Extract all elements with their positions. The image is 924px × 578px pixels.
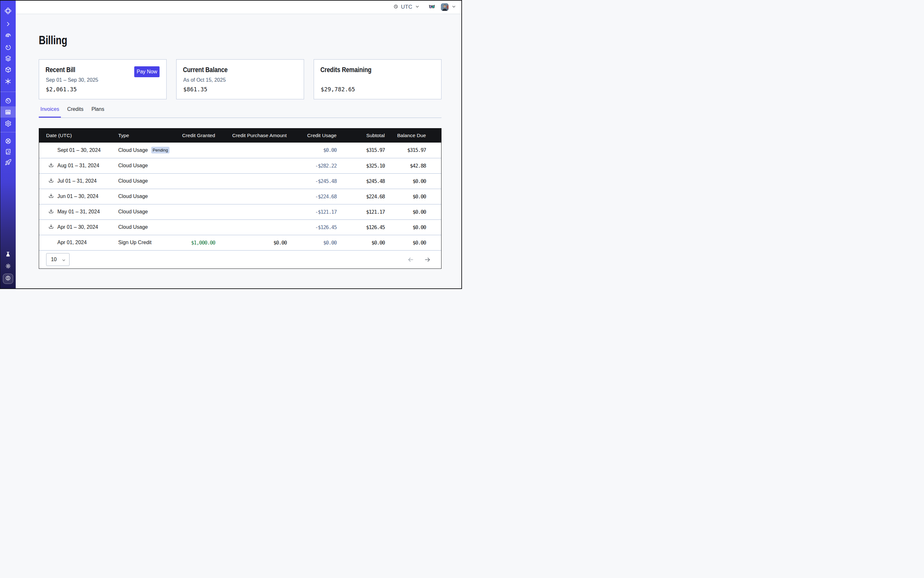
page-size-select[interactable]: 10 bbox=[46, 253, 70, 266]
cell-date: Jul 01 – 31, 2024 bbox=[39, 178, 118, 185]
cell-credit-usage: -$282.22 bbox=[287, 163, 337, 169]
cell-subtotal: $315.97 bbox=[337, 147, 385, 153]
cell-balance-due: $0.00 bbox=[385, 209, 426, 215]
cell-date: Aug 01 – 31, 2024 bbox=[39, 162, 118, 169]
invoice-date: May 01 – 31, 2024 bbox=[57, 209, 100, 215]
sidebar-item-usage[interactable] bbox=[0, 95, 16, 106]
window-edge bbox=[0, 0, 0, 289]
cell-subtotal: $325.10 bbox=[337, 163, 385, 169]
dollar-badge-icon bbox=[5, 275, 11, 283]
chevron-down-icon bbox=[62, 258, 66, 262]
sidebar-item-settings[interactable] bbox=[0, 118, 16, 129]
download-invoice-icon[interactable] bbox=[49, 193, 54, 200]
invoice-date: Apr 01, 2024 bbox=[57, 240, 87, 245]
sidebar-item-packages[interactable] bbox=[0, 64, 16, 75]
cell-credit-usage: -$126.45 bbox=[287, 224, 337, 231]
cell-date: Apr 01, 2024 bbox=[39, 240, 118, 245]
sidebar-divider bbox=[0, 92, 16, 92]
cell-type: Cloud Usage bbox=[118, 209, 180, 215]
cell-subtotal: $121.17 bbox=[337, 209, 385, 215]
invoice-date: Sept 01 – 30, 2024 bbox=[57, 148, 101, 153]
cell-subtotal: $0.00 bbox=[337, 240, 385, 246]
table-pagination: 10 bbox=[39, 250, 441, 268]
sidebar-item-logo[interactable] bbox=[0, 5, 16, 16]
cell-balance-due: $0.00 bbox=[385, 193, 426, 200]
clock-icon bbox=[394, 4, 398, 10]
card-title: Current Balance bbox=[183, 66, 227, 74]
column-header-credit-purchase-amount: Credit Purchase Amount bbox=[215, 133, 287, 138]
download-invoice-icon[interactable] bbox=[49, 162, 54, 169]
table-body: Sept 01 – 30, 2024Cloud UsagePending$0.0… bbox=[39, 143, 441, 250]
cell-subtotal: $224.68 bbox=[337, 193, 385, 200]
sidebar-item-observe[interactable] bbox=[0, 31, 16, 42]
invoice-row: Jun 01 – 30, 2024Cloud Usage-$224.68$224… bbox=[39, 189, 441, 204]
window-edge bbox=[461, 0, 462, 289]
cell-balance-due: $0.00 bbox=[385, 240, 426, 246]
cell-date: May 01 – 31, 2024 bbox=[39, 209, 118, 215]
sidebar-item-stacks[interactable] bbox=[0, 53, 16, 64]
sidebar-item-labs[interactable] bbox=[0, 249, 16, 260]
sidebar-item-plan[interactable] bbox=[3, 274, 13, 284]
invoice-date: Jun 01 – 30, 2024 bbox=[57, 193, 98, 199]
main-content: Billing Recent Bill Sep 01 – Sep 30, 202… bbox=[16, 15, 461, 289]
timezone-label: UTC bbox=[401, 4, 412, 10]
column-header-credit-granted: Credit Granted bbox=[180, 133, 215, 138]
cell-credit-usage: $0.00 bbox=[287, 240, 337, 246]
tab-plans[interactable]: Plans bbox=[90, 106, 106, 118]
tab-credits[interactable]: Credits bbox=[66, 106, 85, 118]
next-page-button[interactable] bbox=[424, 257, 430, 262]
pay-now-button[interactable]: Pay Now bbox=[134, 66, 159, 77]
window-edge bbox=[0, 0, 462, 1]
sidebar-item-docs[interactable] bbox=[0, 146, 16, 157]
chevron-down-icon[interactable] bbox=[452, 4, 456, 10]
sidebar-item-expand[interactable] bbox=[0, 19, 16, 29]
rocket-icon bbox=[5, 159, 11, 166]
topbar: UTC bbox=[16, 1, 461, 15]
download-invoice-icon[interactable] bbox=[49, 178, 54, 185]
invoice-type: Sign Up Credit bbox=[118, 240, 151, 245]
invoices-table: Date (UTC) Type Credit Granted Credit Pu… bbox=[39, 128, 442, 269]
sidebar-item-theme[interactable] bbox=[0, 261, 16, 272]
page-size-value: 10 bbox=[51, 257, 57, 262]
tab-invoices[interactable]: Invoices bbox=[39, 106, 61, 118]
sidebar-item-billing[interactable] bbox=[0, 106, 16, 118]
invoice-date: Jul 01 – 31, 2024 bbox=[57, 178, 97, 184]
card-amount: $2,061.35 bbox=[46, 86, 77, 93]
cell-balance-due: $0.00 bbox=[385, 224, 426, 231]
gear-icon bbox=[5, 120, 11, 127]
asterisk-icon bbox=[5, 78, 11, 85]
glasses-icon[interactable] bbox=[429, 4, 435, 10]
invoice-row: Jul 01 – 31, 2024Cloud Usage-$245.48$245… bbox=[39, 173, 441, 189]
column-header-subtotal: Subtotal bbox=[337, 133, 385, 138]
previous-page-button[interactable] bbox=[408, 257, 414, 262]
cell-date: Jun 01 – 30, 2024 bbox=[39, 193, 118, 200]
cell-subtotal: $126.45 bbox=[337, 224, 385, 231]
avatar[interactable] bbox=[441, 3, 448, 11]
layers-icon bbox=[5, 55, 11, 62]
cell-date: Apr 01 – 30, 2024 bbox=[39, 224, 118, 231]
invoice-row: Apr 01, 2024Sign Up Credit$1,000.00$0.00… bbox=[39, 235, 441, 250]
sidebar-item-secrets[interactable] bbox=[0, 76, 16, 87]
sidebar-item-quickstart[interactable] bbox=[0, 157, 16, 168]
card-subtitle: Sep 01 – Sep 30, 2025 bbox=[46, 77, 98, 83]
cell-credit-granted: $1,000.00 bbox=[180, 240, 215, 246]
cell-credit-purchase: $0.00 bbox=[215, 240, 287, 246]
cell-type: Cloud Usage bbox=[118, 224, 180, 230]
download-invoice-icon[interactable] bbox=[49, 209, 54, 215]
gauge-icon bbox=[5, 97, 11, 104]
cell-credit-usage: -$121.17 bbox=[287, 209, 337, 215]
chevron-down-icon bbox=[415, 4, 419, 10]
invoice-row: Aug 01 – 31, 2024Cloud Usage-$282.22$325… bbox=[39, 158, 441, 173]
timer-icon bbox=[5, 44, 11, 50]
invoice-row: Apr 01 – 30, 2024Cloud Usage-$126.45$126… bbox=[39, 219, 441, 235]
sidebar-item-schedules[interactable] bbox=[0, 42, 16, 53]
sun-icon bbox=[5, 263, 11, 270]
invoice-date: Apr 01 – 30, 2024 bbox=[57, 224, 98, 230]
invoice-type: Cloud Usage bbox=[118, 209, 148, 215]
timezone-picker[interactable]: UTC bbox=[394, 4, 419, 10]
download-invoice-icon[interactable] bbox=[49, 224, 54, 231]
arrow-right-icon bbox=[424, 257, 430, 262]
billing-tabs: Invoices Credits Plans bbox=[39, 106, 442, 118]
sidebar-item-support[interactable] bbox=[0, 136, 16, 147]
book-sparkle-icon bbox=[5, 148, 11, 155]
